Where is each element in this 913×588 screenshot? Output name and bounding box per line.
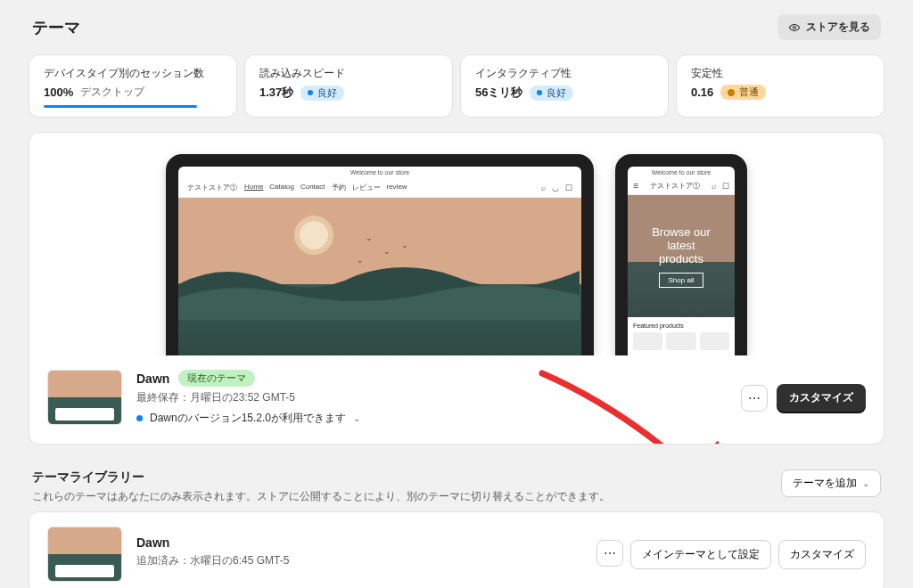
chevron-down-icon: ⌄ (353, 413, 360, 423)
metric-speed[interactable]: 読み込みスピード 1.37秒 良好 (244, 54, 453, 118)
hero-cta: Shop all (659, 273, 704, 288)
metric-underline (44, 105, 197, 108)
mock-link: review (387, 183, 407, 192)
mock-link: Contact (300, 183, 325, 192)
metric-label: デバイスタイプ別のセッション数 (44, 66, 222, 81)
status-badge-good: 良好 (530, 86, 573, 101)
mock-brand: テストストア① (650, 183, 700, 191)
update-text: Dawnのバージョン15.2.0が利用できます (150, 411, 346, 426)
customize-button[interactable]: カスタマイズ (778, 540, 866, 569)
metrics-row: デバイスタイプ別のセッション数 100% デスクトップ 読み込みスピード 1.3… (29, 54, 884, 118)
metric-label: 読み込みスピード (259, 66, 438, 81)
status-badge-warn: 普通 (720, 85, 766, 100)
view-store-button[interactable]: ストアを見る (777, 14, 881, 40)
metric-value: 0.16 (691, 86, 713, 99)
metric-value: 100% (44, 86, 73, 99)
theme-thumbnail (47, 370, 122, 425)
search-icon: ⌕ (711, 182, 716, 191)
dots-icon: ⋯ (604, 546, 616, 560)
metric-stability[interactable]: 安定性 0.16 普通 (676, 54, 884, 118)
metric-label: 安定性 (691, 66, 869, 81)
featured-grid (633, 332, 729, 350)
theme-last-saved: 最終保存：月曜日の23:52 GMT-5 (136, 390, 727, 405)
view-store-label: ストアを見る (806, 20, 870, 35)
current-theme-panel: Welcome to our store テストストア① Home Catalo… (29, 132, 884, 445)
mock-nav-links: Home Catalog Contact 予約 レビュー review (244, 183, 407, 192)
desktop-preview: Welcome to our store テストストア① Home Catalo… (166, 154, 594, 355)
chevron-down-icon: ⌄ (862, 478, 869, 488)
mock-hero: ⌄ ⌄ ⌄ ⌄ (178, 198, 581, 355)
update-dot-icon (136, 415, 143, 421)
metric-value: 1.37秒 (259, 85, 293, 101)
menu-icon: ☰ (633, 183, 638, 190)
theme-name: Dawn (136, 372, 169, 386)
metric-value: 56ミリ秒 (475, 85, 522, 101)
bag-icon: ☐ (565, 184, 572, 192)
theme-preview: Welcome to our store テストストア① Home Catalo… (29, 133, 884, 355)
mobile-preview: Welcome to our store ☰ テストストア① ⌕ ☐ (615, 154, 747, 355)
add-theme-button[interactable]: テーマを追加 ⌄ (781, 470, 881, 497)
mock-link: 予約 (332, 183, 346, 192)
mock-link: Home (244, 183, 263, 192)
set-main-theme-button[interactable]: メインテーマとして設定 (630, 540, 771, 569)
hero-text-1: Browse our latest (637, 225, 726, 252)
metric-sub: デスクトップ (80, 85, 144, 100)
eye-icon (788, 21, 801, 34)
featured-title: Featured products (633, 323, 729, 329)
theme-more-button[interactable]: ⋯ (741, 385, 768, 412)
user-icon: ◡ (552, 184, 559, 192)
metric-sessions[interactable]: デバイスタイプ別のセッション数 100% デスクトップ (29, 54, 237, 118)
page-title: テーマ (32, 17, 80, 38)
customize-button[interactable]: カスタマイズ (777, 384, 866, 412)
theme-thumbnail (47, 527, 122, 582)
mock-link: Catalog (269, 183, 294, 192)
dots-icon: ⋯ (748, 391, 761, 405)
library-title: テーマライブラリー (32, 470, 610, 486)
mock-link: レビュー (352, 183, 381, 192)
hero-text-2: products (637, 252, 726, 265)
mock-announcement: Welcome to our store (178, 167, 581, 178)
metric-interactive[interactable]: インタラクティブ性 56ミリ秒 良好 (460, 54, 669, 118)
search-icon: ⌕ (541, 184, 546, 192)
status-badge-good: 良好 (300, 86, 344, 101)
svg-point-0 (793, 26, 795, 29)
metric-label: インタラクティブ性 (475, 66, 654, 81)
add-theme-label: テーマを追加 (793, 476, 857, 491)
library-description: これらのテーマはあなたにのみ表示されます。ストアに公開することにより、別のテーマ… (32, 489, 610, 504)
theme-added: 追加済み：水曜日の6:45 GMT-5 (136, 553, 582, 568)
library-theme-panel: Dawn 追加済み：水曜日の6:45 GMT-5 ⋯ メインテーマとして設定 カ… (29, 511, 884, 588)
theme-update-available[interactable]: Dawnのバージョン15.2.0が利用できます ⌄ (136, 411, 727, 426)
mock-brand: テストストア① (187, 183, 237, 192)
theme-more-button[interactable]: ⋯ (596, 540, 623, 567)
theme-name: Dawn (136, 535, 582, 550)
mock-nav: テストストア① Home Catalog Contact 予約 レビュー rev… (178, 178, 581, 198)
current-theme-badge: 現在のテーマ (178, 370, 255, 387)
bag-icon: ☐ (722, 182, 729, 191)
mock-announcement: Welcome to our store (628, 167, 735, 178)
